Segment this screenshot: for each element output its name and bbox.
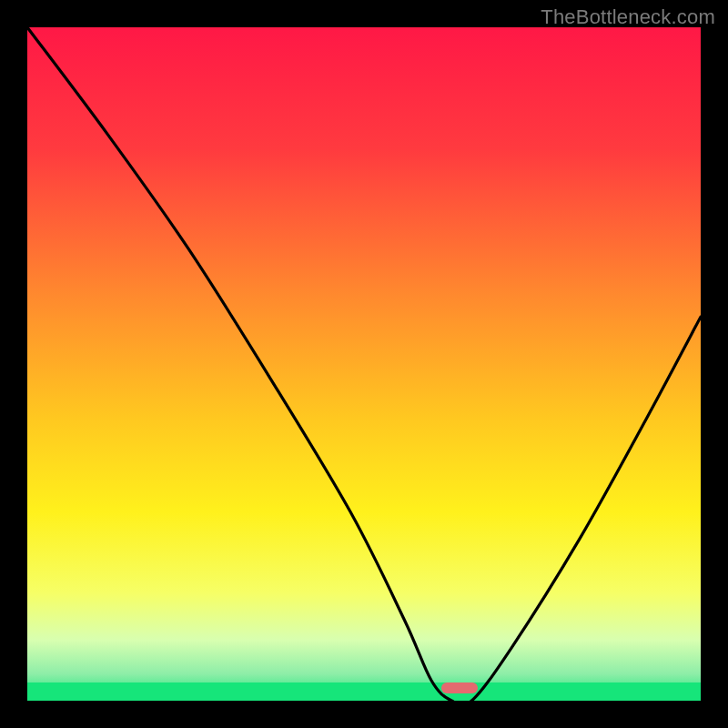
- chart-frame: TheBottleneck.com: [0, 0, 728, 728]
- bottleneck-curve: [27, 27, 701, 701]
- watermark-text: TheBottleneck.com: [541, 5, 715, 29]
- plot-area: [27, 27, 701, 701]
- optimal-marker: [441, 682, 478, 693]
